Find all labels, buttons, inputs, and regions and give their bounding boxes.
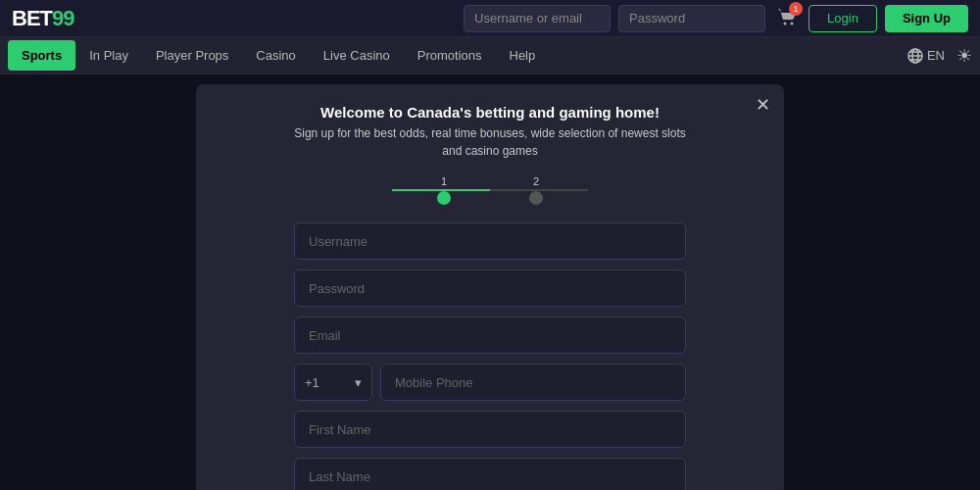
svg-point-1	[791, 23, 794, 25]
nav-item-inplay[interactable]: In Play	[75, 40, 142, 71]
phone-code-selector[interactable]: +1 ▾	[294, 364, 372, 401]
language-label: EN	[927, 48, 945, 63]
logo-99: 99	[52, 6, 74, 31]
reg-password-input[interactable]	[294, 270, 686, 307]
phone-row: +1 ▾	[294, 364, 686, 401]
step-2: 2	[529, 175, 543, 205]
logo-bet: BET	[12, 6, 52, 31]
nav-item-casino[interactable]: Casino	[242, 40, 309, 71]
lastname-field	[294, 458, 686, 490]
phone-input[interactable]	[380, 364, 686, 401]
svg-point-0	[784, 23, 787, 25]
reg-email-input[interactable]	[294, 317, 686, 354]
username-input[interactable]	[464, 5, 611, 32]
step-2-num: 2	[533, 175, 539, 187]
password-input[interactable]	[618, 5, 765, 32]
nav-right: EN ☀	[907, 45, 972, 67]
username-field	[294, 222, 686, 260]
step-2-dot	[529, 191, 543, 205]
header-right: 1 Login Sign Up	[464, 4, 968, 32]
phone-code-value: +1	[305, 375, 319, 390]
login-button[interactable]: Login	[808, 5, 877, 32]
nav-item-livecasino[interactable]: Live Casino	[310, 40, 404, 71]
language-selector[interactable]: EN	[907, 48, 945, 64]
signup-button[interactable]: Sign Up	[885, 5, 968, 32]
header: BET 99 1 Login Sign Up	[0, 0, 980, 37]
password-field	[294, 270, 686, 307]
modal-title: Welcome to Canada's betting and gaming h…	[294, 104, 686, 121]
cart-button[interactable]: 1	[773, 4, 801, 32]
nav-item-sports[interactable]: Sports	[8, 40, 75, 71]
theme-toggle[interactable]: ☀	[956, 45, 972, 67]
cart-badge: 1	[789, 2, 803, 16]
reg-lastname-input[interactable]	[294, 458, 686, 490]
firstname-field	[294, 411, 686, 448]
signup-modal: ✕ Welcome to Canada's betting and gaming…	[196, 84, 784, 490]
nav: Sports In Play Player Props Casino Live …	[0, 37, 980, 74]
step-dots: 1 2	[437, 175, 543, 205]
step-1: 1	[437, 175, 451, 205]
step-1-dot	[437, 191, 451, 205]
modal-subtitle: Sign up for the best odds, real time bon…	[294, 124, 686, 160]
nav-item-help[interactable]: Help	[496, 40, 550, 71]
nav-item-playerprops[interactable]: Player Props	[142, 40, 242, 71]
nav-item-promotions[interactable]: Promotions	[404, 40, 496, 71]
close-button[interactable]: ✕	[756, 94, 770, 116]
globe-icon	[907, 48, 923, 64]
reg-firstname-input[interactable]	[294, 411, 686, 448]
email-field	[294, 317, 686, 354]
main-overlay: ✕ Welcome to Canada's betting and gaming…	[0, 74, 980, 490]
reg-username-input[interactable]	[294, 222, 686, 260]
step-1-num: 1	[441, 175, 447, 187]
logo: BET 99	[12, 6, 74, 31]
steps-container: 1 2	[294, 175, 686, 205]
phone-code-arrow: ▾	[355, 375, 362, 390]
